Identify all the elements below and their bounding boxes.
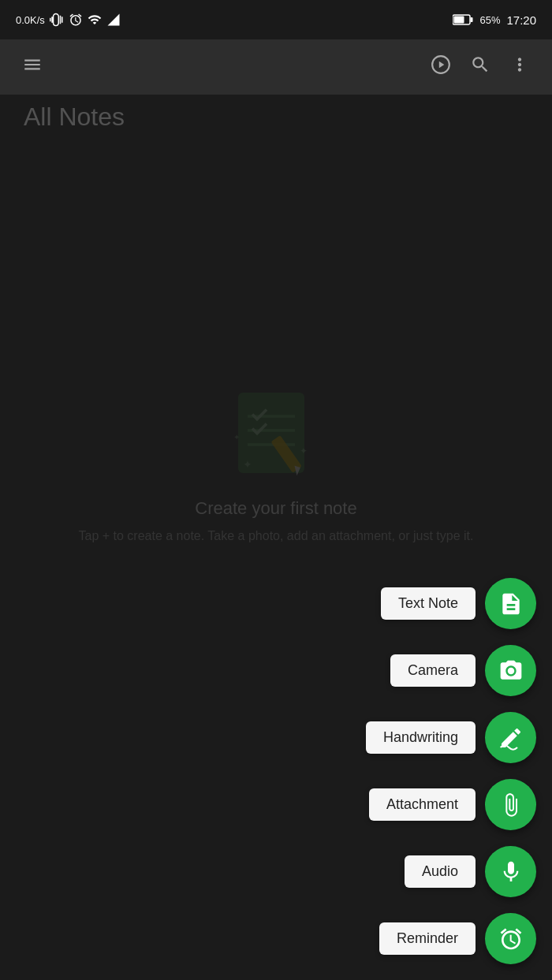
alarm-status-icon <box>69 13 83 27</box>
attachment-label[interactable]: Attachment <box>369 788 476 821</box>
fab-container: Text Note Camera Handwriting <box>366 578 536 964</box>
status-bar: 0.0K/s 65% 17:20 <box>0 0 552 39</box>
svg-marker-4 <box>439 61 445 69</box>
main-content: All Notes ✦ ✦ ✦ Create y <box>0 95 552 980</box>
attachment-button[interactable] <box>485 779 536 830</box>
fab-item-audio: Audio <box>405 846 536 897</box>
textnote-label[interactable]: Text Note <box>381 587 476 620</box>
reminder-button[interactable] <box>485 913 536 964</box>
handwriting-label[interactable]: Handwriting <box>366 721 476 754</box>
camera-label[interactable]: Camera <box>390 654 476 687</box>
signal-icon <box>88 13 102 27</box>
app-bar <box>0 39 552 95</box>
app-bar-actions <box>424 48 536 86</box>
audio-button[interactable] <box>485 846 536 897</box>
audio-label[interactable]: Audio <box>405 855 476 888</box>
fab-item-attachment: Attachment <box>369 779 536 830</box>
fab-item-camera: Camera <box>390 645 536 696</box>
more-button[interactable] <box>503 48 536 86</box>
fab-item-reminder: Reminder <box>379 913 536 964</box>
network-speed: 0.0K/s <box>16 14 45 26</box>
status-bar-left: 0.0K/s <box>16 13 121 27</box>
textnote-button[interactable] <box>485 578 536 629</box>
battery-icon <box>453 13 473 26</box>
battery-percent: 65% <box>479 14 500 26</box>
camera-button[interactable] <box>485 645 536 696</box>
handwriting-button[interactable] <box>485 712 536 763</box>
status-bar-right: 65% 17:20 <box>453 13 536 27</box>
menu-button[interactable] <box>16 48 49 86</box>
clock-time: 17:20 <box>506 13 536 27</box>
svg-rect-2 <box>454 17 464 24</box>
search-button[interactable] <box>464 48 497 86</box>
signal2-icon <box>106 13 121 27</box>
reminder-label[interactable]: Reminder <box>379 922 476 955</box>
svg-rect-1 <box>471 17 473 22</box>
vibrate-icon <box>50 13 64 27</box>
sync-button[interactable] <box>424 48 457 86</box>
fab-item-handwriting: Handwriting <box>366 712 536 763</box>
fab-item-textnote: Text Note <box>381 578 536 629</box>
